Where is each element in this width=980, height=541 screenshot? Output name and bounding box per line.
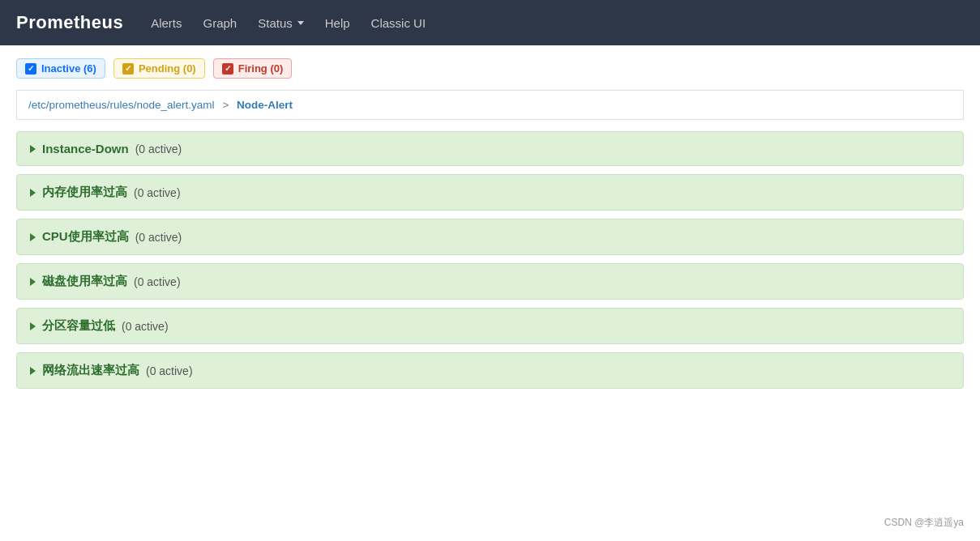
chevron-right-icon xyxy=(30,189,36,197)
firing-checkbox: ✓ xyxy=(222,63,233,75)
chevron-right-icon xyxy=(30,367,36,375)
rule-group-title: 磁盘使用率过高 xyxy=(42,274,127,289)
rule-group-active-count: (0 active) xyxy=(135,143,182,155)
alerts-link[interactable]: Alerts xyxy=(143,11,190,35)
rule-group-item[interactable]: 磁盘使用率过高 (0 active) xyxy=(16,263,964,300)
chevron-right-icon xyxy=(30,278,36,286)
classic-ui-link[interactable]: Classic UI xyxy=(363,11,434,35)
status-label: Status xyxy=(258,16,293,30)
rule-group-title: Instance-Down xyxy=(42,142,129,155)
main-content: ✓ Inactive (6) ✓ Pending (0) ✓ Firing (0… xyxy=(0,45,980,410)
rules-container: Instance-Down (0 active)内存使用率过高 (0 activ… xyxy=(16,131,964,389)
firing-filter-button[interactable]: ✓ Firing (0) xyxy=(213,58,293,79)
pending-filter-button[interactable]: ✓ Pending (0) xyxy=(113,58,205,79)
inactive-filter-button[interactable]: ✓ Inactive (6) xyxy=(16,58,105,79)
nav-links: Alerts Graph Status Help Classic UI xyxy=(143,11,434,35)
rule-group-title: CPU使用率过高 xyxy=(42,229,129,245)
pending-checkbox: ✓ xyxy=(122,63,134,75)
rule-group-item[interactable]: CPU使用率过高 (0 active) xyxy=(16,219,964,255)
rule-group-item[interactable]: 分区容量过低 (0 active) xyxy=(16,308,964,344)
chevron-right-icon xyxy=(30,145,36,153)
rule-group-item[interactable]: Instance-Down (0 active) xyxy=(16,131,964,166)
breadcrumb-active: Node-Alert xyxy=(237,99,293,111)
rule-group-item[interactable]: 内存使用率过高 (0 active) xyxy=(16,174,964,211)
brand-logo[interactable]: Prometheus xyxy=(16,12,123,33)
rule-group-item[interactable]: 网络流出速率过高 (0 active) xyxy=(16,352,964,389)
rule-group-active-count: (0 active) xyxy=(146,364,193,377)
rule-group-title: 分区容量过低 xyxy=(42,318,115,334)
graph-link[interactable]: Graph xyxy=(195,11,246,35)
navbar: Prometheus Alerts Graph Status Help Clas… xyxy=(0,0,980,45)
help-link[interactable]: Help xyxy=(317,11,358,35)
rule-group-active-count: (0 active) xyxy=(135,231,182,244)
status-dropdown[interactable]: Status xyxy=(250,11,312,35)
breadcrumb-separator: > xyxy=(222,99,229,111)
chevron-right-icon xyxy=(30,322,36,330)
inactive-label: Inactive (6) xyxy=(41,62,96,75)
pending-label: Pending (0) xyxy=(139,62,196,75)
rule-group-active-count: (0 active) xyxy=(122,320,169,333)
rule-group-title: 网络流出速率过高 xyxy=(42,363,139,378)
rule-group-active-count: (0 active) xyxy=(134,186,181,199)
inactive-checkbox: ✓ xyxy=(25,63,36,75)
status-chevron-down-icon xyxy=(297,21,304,25)
filter-row: ✓ Inactive (6) ✓ Pending (0) ✓ Firing (0… xyxy=(16,58,964,79)
rule-group-title: 内存使用率过高 xyxy=(42,185,127,200)
breadcrumb-path[interactable]: /etc/prometheus/rules/node_alert.yaml xyxy=(28,99,215,111)
breadcrumb: /etc/prometheus/rules/node_alert.yaml > … xyxy=(16,90,964,120)
firing-label: Firing (0) xyxy=(238,62,284,75)
chevron-right-icon xyxy=(30,233,36,241)
rule-group-active-count: (0 active) xyxy=(134,275,181,288)
